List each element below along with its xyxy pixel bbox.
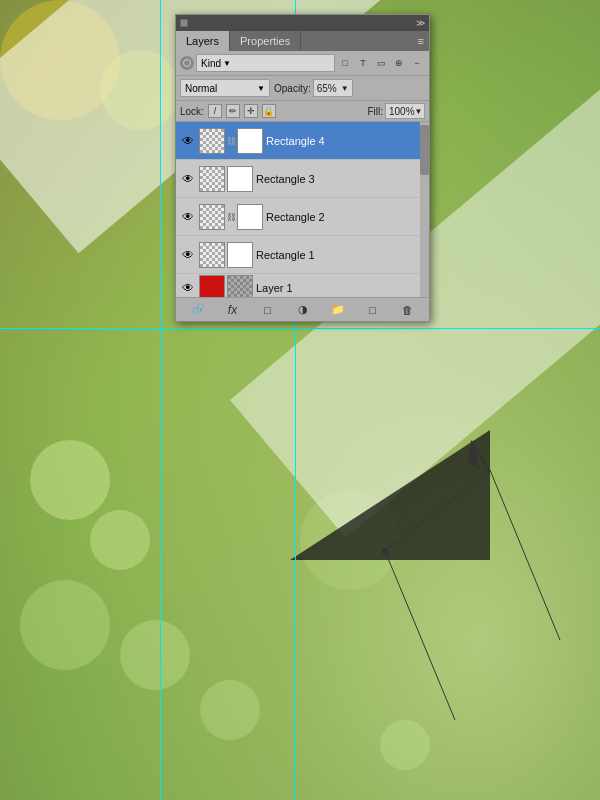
rect4-thumbs: ⛓ — [199, 128, 263, 154]
lock-fill-row: Lock: / ✏ ✛ 🔒 Fill: 100% ▼ — [176, 101, 429, 122]
fill-label: Fill: — [367, 106, 383, 117]
panel-titlebar: ≫ — [176, 15, 429, 31]
add-mask-button[interactable]: □ — [258, 301, 278, 319]
panel-tabs: Layers Properties ≡ — [176, 31, 429, 51]
bokeh-2 — [90, 510, 150, 570]
chain-icon-rect4: ⛓ — [227, 128, 235, 154]
rect1-layer-thumb — [227, 242, 253, 268]
kind-toolbar: Kind ▼ □ T ▭ ⊕ − — [176, 51, 429, 76]
opacity-control: Opacity: 65% ▼ — [274, 79, 353, 97]
layers-list: 👁 ⛓ Rectangle 4 👁 Rectangle 3 👁 ⛓ — [176, 122, 429, 297]
panel-footer: 🔗 fx □ ◑ 📁 □ 🗑 — [176, 297, 429, 321]
chain-icon-rect2: ⛓ — [227, 204, 235, 230]
new-layer-button[interactable]: □ — [363, 301, 383, 319]
layer1-color-thumb — [199, 275, 225, 298]
layer-item-rectangle4[interactable]: 👁 ⛓ Rectangle 4 — [176, 122, 429, 160]
layer1-name: Layer 1 — [256, 282, 425, 294]
bokeh-7 — [380, 720, 430, 770]
adjustment-filter-icon[interactable]: T — [355, 55, 371, 71]
layers-panel: ≫ Layers Properties ≡ Kind ▼ □ T ▭ ⊕ − N… — [175, 14, 430, 322]
rect1-name: Rectangle 1 — [256, 249, 425, 261]
visibility-toggle-rect1[interactable]: 👁 — [180, 247, 196, 263]
layer-item-rectangle1[interactable]: 👁 Rectangle 1 — [176, 236, 429, 274]
add-style-button[interactable]: fx — [223, 301, 243, 319]
rect4-name: Rectangle 4 — [266, 135, 425, 147]
close-button[interactable] — [180, 19, 188, 27]
tab-properties[interactable]: Properties — [230, 31, 301, 51]
adjustment-layer-button[interactable]: ◑ — [293, 301, 313, 319]
pixel-filter-icon[interactable]: □ — [337, 55, 353, 71]
kind-select[interactable]: Kind ▼ — [196, 54, 335, 72]
lock-image-button[interactable]: ✏ — [226, 104, 240, 118]
lock-pixels-button[interactable]: / — [208, 104, 222, 118]
rect3-mask-thumb — [199, 166, 225, 192]
rect3-thumbs — [199, 166, 253, 192]
fill-input[interactable]: 100% ▼ — [385, 103, 425, 119]
rect2-mask-thumb — [199, 204, 225, 230]
rect2-name: Rectangle 2 — [266, 211, 425, 223]
opacity-input[interactable]: 65% ▼ — [313, 79, 353, 97]
rect4-layer-thumb — [237, 128, 263, 154]
rect3-name: Rectangle 3 — [256, 173, 425, 185]
fill-control: Fill: 100% ▼ — [367, 103, 425, 119]
rect2-layer-thumb — [237, 204, 263, 230]
lock-position-button[interactable]: ✛ — [244, 104, 258, 118]
guide-horizontal-1 — [0, 328, 600, 329]
rect1-thumbs — [199, 242, 253, 268]
type-filter-icon[interactable]: ▭ — [373, 55, 389, 71]
expand-icon[interactable]: ≫ — [416, 18, 425, 28]
search-icon — [180, 56, 194, 70]
smart-filter-icon[interactable]: − — [409, 55, 425, 71]
link-layers-button[interactable]: 🔗 — [188, 301, 208, 319]
lock-all-button[interactable]: 🔒 — [262, 104, 276, 118]
visibility-toggle-rect3[interactable]: 👁 — [180, 171, 196, 187]
layer1-thumbs — [199, 275, 253, 298]
blend-mode-select[interactable]: Normal ▼ — [180, 79, 270, 97]
guide-vertical-1 — [160, 0, 161, 800]
bokeh-3 — [20, 580, 110, 670]
blend-opacity-row: Normal ▼ Opacity: 65% ▼ — [176, 76, 429, 101]
layers-scrollbar[interactable] — [420, 122, 429, 297]
layer1-mask-thumb — [227, 275, 253, 298]
group-layers-button[interactable]: 📁 — [328, 301, 348, 319]
rect1-mask-thumb — [199, 242, 225, 268]
lock-label: Lock: — [180, 106, 204, 117]
layer-item-rectangle3[interactable]: 👁 Rectangle 3 — [176, 160, 429, 198]
opacity-label: Opacity: — [274, 83, 311, 94]
rect4-mask-thumb — [199, 128, 225, 154]
layer-item-rectangle2[interactable]: 👁 ⛓ Rectangle 2 — [176, 198, 429, 236]
visibility-toggle-layer1[interactable]: 👁 — [180, 280, 196, 296]
scrollbar-thumb[interactable] — [420, 125, 429, 175]
layer-item-layer1[interactable]: 👁 Layer 1 — [176, 274, 429, 297]
bokeh-6 — [200, 680, 260, 740]
titlebar-controls — [180, 19, 188, 27]
tab-layers[interactable]: Layers — [176, 31, 230, 51]
rect2-thumbs: ⛓ — [199, 204, 263, 230]
shape-filter-icon[interactable]: ⊕ — [391, 55, 407, 71]
bokeh-4 — [120, 620, 190, 690]
panel-menu-button[interactable]: ≡ — [413, 31, 429, 51]
delete-layer-button[interactable]: 🗑 — [398, 301, 418, 319]
visibility-toggle-rect2[interactable]: 👁 — [180, 209, 196, 225]
rect3-layer-thumb — [227, 166, 253, 192]
bokeh-1 — [30, 440, 110, 520]
visibility-toggle-rect4[interactable]: 👁 — [180, 133, 196, 149]
